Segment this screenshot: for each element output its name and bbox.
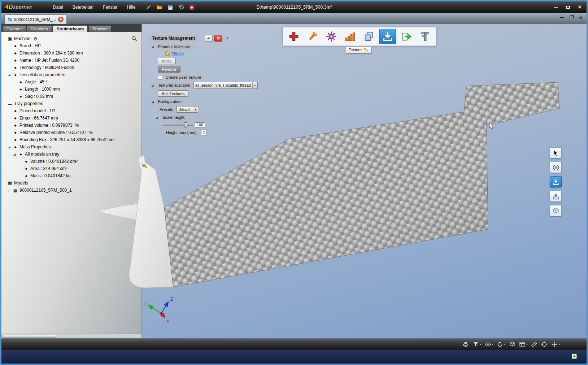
menu-hilfe[interactable]: Hilfe [127,5,136,10]
close-icon[interactable]: × [578,5,582,9]
section-expanded-icon[interactable]: ◢ [151,45,154,48]
chevron-down-icon: ▾ [504,343,505,346]
minimize-icon[interactable] [554,7,558,8]
repair-icon[interactable] [286,29,302,44]
confirm-check-icon[interactable]: ✔ [205,35,213,42]
tab-browser[interactable]: Browser [88,25,112,32]
pen-icon[interactable] [145,4,152,11]
collapsed-icon[interactable]: ▷ [7,189,11,192]
minimize-icon[interactable] [560,17,564,18]
tree-item[interactable]: ▣Machine⚙ [1,35,141,42]
tree-item-label: Machine [14,36,30,41]
tab-close-icon[interactable]: ✕ [58,17,64,22]
presets-select[interactable]: Default ▼ [177,106,198,113]
close-red-icon[interactable]: ✖ [214,35,222,42]
section-expanded-icon[interactable]: ◢ [155,116,159,119]
tree-item[interactable]: ◆Bounding Box : 326.251 x 44.8336 x 66.7… [1,136,141,143]
tree-item[interactable]: ◆Name : HP Jet Fusion 3D 4200 [1,57,141,64]
tree-item[interactable]: ◆Printed volume : 0.0979873 % [1,122,141,129]
horizontal-scrollbar[interactable] [1,334,141,338]
copy-icon[interactable] [361,29,377,44]
apply-button[interactable]: Apply [158,58,176,64]
download-box-icon[interactable] [550,191,562,202]
tab-favoriten[interactable]: Favoriten [27,25,52,32]
menu-datei[interactable]: Datei [53,5,63,10]
panels-icon[interactable]: ▾ [519,341,528,348]
maximize-icon[interactable] [566,6,570,9]
tab-strukturbaum[interactable]: Strukturbaum [53,25,88,32]
menu-bearbeiten[interactable]: Bearbeiten [73,5,93,10]
tree-item[interactable]: ◆Area : 314.954 cm² [1,165,141,172]
eye-icon[interactable]: ▾ [485,341,493,348]
tree-item[interactable]: ▷▦90000112105_5RM_500_1 [1,187,141,194]
tree-item[interactable]: ◆Sag : 0.02 mm [1,93,141,100]
cancel-circle-icon[interactable] [550,162,562,173]
section-expanded-icon[interactable]: ◢ [151,84,154,87]
tree-item[interactable]: ◆Zmax : 66.7647 mm [1,114,141,122]
tree-item[interactable]: ◢◆Mass Properties [1,143,141,151]
texture-select[interactable]: all_season_tire_I_sculpts_thread ▼ [193,82,258,88]
tree-item[interactable]: ◆Brand : HP [1,42,141,49]
flaeche-link[interactable]: Fläche [171,52,184,56]
section-expanded-icon[interactable]: ◢ [151,100,154,103]
height-max-label: Height max (mm): [164,130,199,135]
import-icon[interactable] [188,4,195,11]
key-icon [363,47,368,52]
tree-item[interactable]: ◆Relative printed volume : 0.557707 % [1,129,141,136]
tree-item[interactable]: ◆Dimension : 380 x 284 x 380 mm [1,49,141,57]
undo-icon[interactable] [178,4,184,11]
cube-view-icon[interactable] [550,205,562,216]
save-icon[interactable] [167,4,174,11]
tree-item[interactable]: ◆Volume : 0.0401842 dm³ [1,158,141,165]
restore-icon[interactable] [570,16,573,19]
export-icon[interactable] [398,29,415,44]
open-folder-icon[interactable] [156,4,163,11]
search-icon[interactable] [131,36,137,43]
slider-track[interactable] [163,124,193,126]
remove-button[interactable]: Remove [158,66,180,73]
orbit-icon[interactable]: ▾ [497,341,505,348]
create-user-texture-checkbox[interactable] [158,75,162,79]
pin-options-icon[interactable]: ▼ [226,36,229,40]
wrench-icon[interactable] [304,29,321,44]
notification-icon[interactable] [571,353,577,359]
cube-icon[interactable] [509,341,515,348]
tree-item[interactable]: ◆Technology : MultiJet Fusion [1,64,141,71]
filter-icon[interactable]: ▾ [472,341,481,348]
tree-item[interactable]: ◢◆All models on tray [1,151,141,158]
move-icon[interactable]: ▾ [551,341,560,348]
tab-explorer[interactable]: Explorer [3,25,26,32]
tree-item[interactable]: ◆Angle : 45 ° [1,78,141,86]
ruler-icon[interactable] [531,341,537,348]
scale-height-slider[interactable] [163,122,193,128]
tree-item[interactable]: ◢◆Tessellation parameters [1,71,141,78]
height-max-input[interactable] [201,130,207,135]
edit-textures-button[interactable]: Edit Textures [158,90,188,97]
scale-height-input[interactable] [195,122,205,128]
gear-icon[interactable]: ⚙ [33,36,38,42]
document-tab[interactable]: 90000112105_5RM_... ✕ [4,14,67,24]
tree-item[interactable]: ▬Tray properties [1,100,141,107]
menu-fenster[interactable]: Fenster [103,5,118,10]
layers-icon[interactable] [462,341,469,348]
slider-handle[interactable] [184,122,187,127]
close-icon[interactable]: × [579,16,582,19]
expanded-icon[interactable]: ◢ [7,73,11,77]
caliper-icon[interactable] [417,29,434,44]
select-cursor-icon[interactable] [550,147,562,158]
star-burst-icon[interactable] [323,29,340,44]
tree-item[interactable]: ◆Mass : 0.0401842 kg [1,172,141,179]
tree-item[interactable]: ◆Placed model : 1/1 [1,107,141,114]
expanded-icon[interactable]: ◢ [12,153,17,156]
expanded-icon[interactable]: ◢ [7,145,11,149]
diamond-icon: ◆ [18,95,23,98]
target-icon[interactable] [541,341,548,348]
machine-icon: ▣ [7,36,13,41]
download-icon[interactable] [550,176,562,187]
scrollbar-thumb[interactable] [2,335,56,338]
tree-item[interactable]: ▦Models [1,179,141,187]
diamond-icon: ◆ [18,88,23,91]
signal-bars-icon[interactable] [342,29,358,44]
tree-item[interactable]: ◆Length : 1000 mm [1,86,141,93]
texture-download-icon[interactable] [379,29,396,44]
